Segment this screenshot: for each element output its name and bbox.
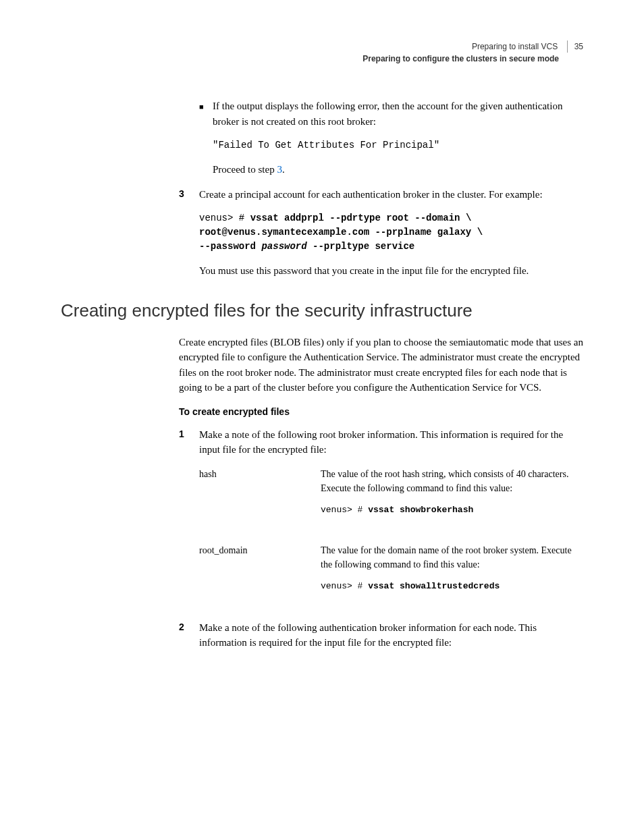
page-header: Preparing to install VCS 35 Preparing to… bbox=[61, 40, 583, 65]
code-segment: --prpltype service bbox=[307, 241, 415, 252]
definition-description: The value for the domain name of the roo… bbox=[321, 543, 583, 601]
step-1: 1 Make a note of the following root brok… bbox=[179, 427, 583, 458]
table-row: root_domain The value for the domain nam… bbox=[199, 543, 583, 601]
code-placeholder: password bbox=[261, 241, 306, 252]
header-section-title: Preparing to configure the clusters in s… bbox=[61, 53, 559, 65]
step-text: Make a note of the following root broker… bbox=[199, 427, 583, 458]
definition-code: venus> # vssat showbrokerhash bbox=[321, 503, 583, 517]
header-chapter-line: Preparing to install VCS 35 bbox=[61, 40, 583, 53]
code-prompt: venus> # bbox=[321, 581, 368, 591]
section-content: Create encrypted files (BLOB files) only… bbox=[179, 335, 583, 651]
page-number: 35 bbox=[567, 40, 583, 53]
code-prompt: venus> # bbox=[199, 213, 250, 223]
code-segment: --password bbox=[199, 241, 261, 252]
step-text: Create a principal account for each auth… bbox=[199, 187, 583, 202]
code-command-text: vssat showbrokerhash bbox=[368, 505, 473, 515]
step-link[interactable]: 3 bbox=[277, 164, 282, 175]
step-2: 2 Make a note of the following authentic… bbox=[179, 620, 583, 651]
intro-paragraph: Create encrypted files (BLOB files) only… bbox=[179, 335, 583, 395]
code-command-text: vssat addprpl --pdrtype root --domain \ bbox=[250, 213, 472, 223]
code-prompt: venus> # bbox=[321, 505, 368, 515]
definition-code: venus> # vssat showalltrustedcreds bbox=[321, 580, 583, 593]
table-row: hash The value of the root hash string, … bbox=[199, 467, 583, 525]
code-command-text: vssat showalltrustedcreds bbox=[368, 581, 500, 591]
definition-text: The value of the root hash string, which… bbox=[321, 467, 583, 495]
content-area: ■ If the output displays the following e… bbox=[179, 99, 583, 279]
proceed-prefix: Proceed to step bbox=[213, 164, 277, 175]
code-line-1: venus> # vssat addprpl --pdrtype root --… bbox=[199, 211, 583, 225]
definition-term: hash bbox=[199, 467, 321, 525]
section-heading: Creating encrypted files for the securit… bbox=[61, 298, 583, 324]
definition-description: The value of the root hash string, which… bbox=[321, 467, 583, 525]
code-line-2: root@venus.symantecexample.com --prplnam… bbox=[199, 225, 583, 240]
code-line-3: --password password --prpltype service bbox=[199, 240, 583, 254]
bullet-item: ■ If the output displays the following e… bbox=[199, 99, 583, 129]
code-command: venus> # vssat addprpl --pdrtype root --… bbox=[199, 211, 583, 254]
step-3: 3 Create a principal account for each au… bbox=[179, 187, 583, 202]
step-number: 2 bbox=[179, 620, 199, 651]
proceed-text: Proceed to step 3. bbox=[213, 162, 583, 177]
step-3-after: You must use this password that you crea… bbox=[199, 263, 583, 279]
header-chapter: Preparing to install VCS bbox=[472, 42, 558, 51]
definition-term: root_domain bbox=[199, 543, 321, 601]
definition-table: hash The value of the root hash string, … bbox=[199, 467, 583, 601]
bullet-text: If the output displays the following err… bbox=[213, 99, 583, 129]
step-text: Make a note of the following authenticat… bbox=[199, 620, 583, 651]
definition-text: The value for the domain name of the roo… bbox=[321, 543, 583, 572]
procedure-subheading: To create encrypted files bbox=[179, 405, 583, 419]
proceed-suffix: . bbox=[282, 164, 285, 175]
step-number: 3 bbox=[179, 187, 199, 202]
code-output: "Failed To Get Attributes For Principal" bbox=[213, 138, 583, 153]
bullet-marker-icon: ■ bbox=[199, 99, 213, 129]
step-number: 1 bbox=[179, 427, 199, 458]
